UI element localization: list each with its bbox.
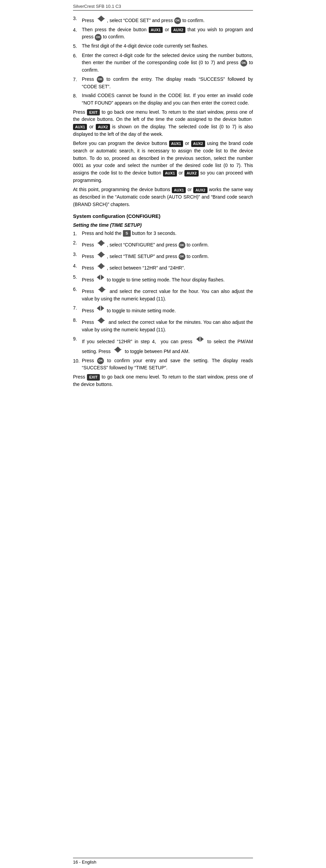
time-step-5: 5. Press to toggle to time setting mode.…: [73, 273, 253, 284]
step-7-content: Press OK to confirm the entry. The displ…: [82, 76, 253, 90]
page-header: SilverCrest SFB 10.1 C3: [73, 3, 253, 11]
arrows-ud-icon-3: [95, 18, 107, 23]
step-6-num: 6.: [73, 52, 82, 60]
time-step-7-content: Press to toggle to minute setting mode.: [82, 304, 253, 315]
aux2-badge-before: AUX2: [191, 141, 205, 147]
ok-button-t3: OK: [179, 253, 185, 260]
section-heading: System configuration (CONFIGURE): [73, 213, 253, 219]
ok-button-7: OK: [97, 76, 104, 83]
svg-marker-16: [97, 306, 100, 311]
step-4-num: 4.: [73, 26, 82, 34]
time-steps-list: 1. Press and hold the S button for 3 sec…: [73, 230, 253, 372]
step-8-content: Invalid CODES cannot be found in the COD…: [82, 92, 253, 107]
time-step-8-num: 8.: [73, 316, 82, 324]
svg-marker-20: [196, 336, 200, 342]
step-5: 5. The first digit of the 4-digit device…: [73, 42, 253, 50]
step-3-num: 3.: [73, 15, 82, 22]
time-step-7: 7. Press to toggle to minute setting mod…: [73, 304, 253, 315]
time-step-8-content: Press and select the correct value for t…: [82, 316, 253, 333]
step-7: 7. Press OK to confirm the entry. The di…: [73, 76, 253, 90]
time-step-9-num: 9.: [73, 335, 82, 343]
time-step-8: 8. Press and select the correct value fo…: [73, 316, 253, 333]
step-3: 3. Press , select “CODE SET” and press O…: [73, 15, 253, 24]
ok-button-6: OK: [240, 60, 247, 67]
time-step-7-num: 7.: [73, 304, 82, 312]
time-step-10-num: 10.: [73, 357, 82, 365]
exit-badge-2: EXIT: [87, 374, 100, 380]
svg-marker-17: [101, 306, 104, 311]
time-step-3: 3. Press , select “TIME SETUP” and press…: [73, 251, 253, 260]
time-step-9-content: If you selected “12HR” in step 4, you ca…: [82, 335, 253, 355]
step-5-num: 5.: [73, 42, 82, 50]
time-step-10: 10. Press OK to confirm your entry and s…: [73, 357, 253, 372]
svg-marker-15: [98, 289, 106, 293]
step-5-content: The first digit of the 4-digit device co…: [82, 42, 253, 50]
time-step-6: 6. Press and select the correct value fo…: [73, 285, 253, 302]
arrows-lr-icon-t9: [195, 339, 205, 344]
aux1-badge-atthis: AUX1: [172, 187, 186, 193]
aux2-badge-4: AUX2: [171, 27, 185, 33]
svg-marker-9: [97, 254, 105, 258]
time-step-4: 4. Press , select between “12HR” and “24…: [73, 262, 253, 272]
ok-button-t10: OK: [97, 357, 104, 364]
s-button-1: S: [123, 230, 131, 237]
time-step-4-content: Press , select between “12HR” and “24HR”…: [82, 262, 253, 272]
page-footer: 16 - English: [73, 858, 253, 865]
aux2-badge-exit1: AUX2: [96, 124, 110, 130]
svg-marker-11: [97, 266, 105, 269]
before-para: Before you can program the device button…: [73, 140, 253, 184]
time-step-10-content: Press OK to confirm your entry and save …: [82, 357, 253, 372]
ok-button-t2: OK: [179, 242, 185, 248]
time-step-2-content: Press , select “CONFIGURE” and press OK …: [82, 239, 253, 249]
time-step-6-num: 6.: [73, 285, 82, 293]
svg-marker-7: [97, 243, 105, 246]
ok-button-4: OK: [95, 34, 102, 41]
time-step-3-num: 3.: [73, 251, 82, 258]
time-step-6-content: Press and select the correct value for t…: [82, 285, 253, 302]
svg-marker-23: [114, 349, 122, 353]
exit-para-1: Press EXIT to go back one menu level. To…: [73, 109, 253, 138]
section-subheading: Setting the time (TIME SETUP): [73, 222, 253, 228]
step-4: 4. Then press the device button AUX1 or …: [73, 26, 253, 41]
step-6: 6. Enter the correct 4-digit code for th…: [73, 52, 253, 74]
time-step-4-num: 4.: [73, 262, 82, 270]
time-step-5-content: Press to toggle to time setting mode. Th…: [82, 273, 253, 284]
exit-para-2: Press EXIT to go back one menu level. To…: [73, 373, 253, 388]
time-step-1: 1. Press and hold the S button for 3 sec…: [73, 230, 253, 238]
aux1-badge-exit1: AUX1: [73, 124, 87, 130]
step-4-content: Then press the device button AUX1 or AUX…: [82, 26, 253, 41]
svg-marker-12: [97, 275, 100, 280]
time-step-3-content: Press , select “TIME SETUP” and press OK…: [82, 251, 253, 260]
time-step-1-num: 1.: [73, 230, 82, 238]
aux1-badge-4: AUX1: [149, 27, 163, 33]
svg-marker-21: [200, 336, 204, 342]
aux1-badge-before: AUX1: [169, 141, 183, 147]
page-container: SilverCrest SFB 10.1 C3 3. Press , selec…: [73, 0, 253, 404]
svg-marker-13: [101, 275, 104, 280]
svg-marker-19: [97, 320, 105, 324]
aux1-badge-before2: AUX1: [163, 170, 177, 176]
ok-button-3: OK: [174, 17, 181, 24]
arrows-ud-icon-t9: [112, 349, 124, 354]
exit-badge-1: EXIT: [87, 109, 100, 115]
arrows-ud-icon-t8: [95, 319, 107, 325]
arrows-ud-icon-t3: [95, 254, 107, 259]
time-step-1-content: Press and hold the S button for 3 second…: [82, 230, 253, 237]
arrows-lr-icon-t5: [95, 277, 106, 282]
arrows-ud-icon-t6: [96, 289, 108, 294]
step-8: 8. Invalid CODES cannot be found in the …: [73, 92, 253, 107]
atthis-para: At this point, programming the device bu…: [73, 186, 253, 208]
arrows-ud-icon-t4: [95, 265, 107, 271]
header-title: SilverCrest SFB 10.1 C3: [73, 4, 121, 9]
time-step-2: 2. Press , select “CONFIGURE” and press …: [73, 239, 253, 249]
arrows-lr-icon-t7: [95, 308, 106, 313]
steps-list: 3. Press , select “CODE SET” and press O…: [73, 15, 253, 107]
footer-text: 16 - English: [73, 860, 96, 865]
time-step-2-num: 2.: [73, 239, 82, 247]
svg-marker-5: [97, 18, 105, 22]
step-7-num: 7.: [73, 76, 82, 84]
step-8-num: 8.: [73, 92, 82, 100]
arrows-ud-icon-t2: [95, 242, 107, 247]
time-step-9: 9. If you selected “12HR” in step 4, you…: [73, 335, 253, 355]
aux2-badge-atthis: AUX2: [193, 187, 207, 193]
